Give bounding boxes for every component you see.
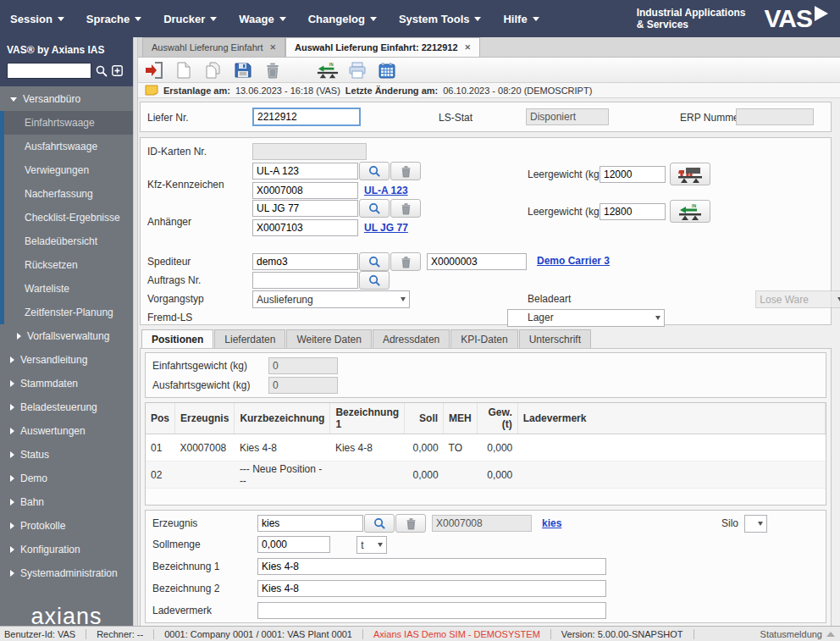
close-icon[interactable]: ✕	[465, 43, 472, 52]
sidebar-group-stammdaten[interactable]: Stammdaten	[0, 372, 133, 395]
spediteur-input[interactable]	[252, 253, 358, 270]
tab-positionen[interactable]: Positionen	[141, 329, 213, 348]
tab-lieferdaten[interactable]: Lieferdaten	[214, 329, 285, 348]
table-row[interactable]: 02 --- Neue Position --- 0,000 0,000	[146, 461, 826, 489]
menu-waage[interactable]: Waage	[239, 13, 285, 25]
weighbridge-in-button[interactable]: IN	[317, 60, 339, 80]
bezeichnung-1-input[interactable]	[257, 558, 606, 575]
sidebar-item-zeitfenster-planung[interactable]: Zeitfenster-Planung	[4, 301, 133, 324]
status-host: Rechner: --	[86, 629, 154, 639]
erzeugnis-input[interactable]	[257, 515, 363, 532]
menu-hilfe[interactable]: Hilfe	[503, 13, 539, 25]
sidebar-group-auswertungen[interactable]: Auswertungen	[0, 419, 133, 443]
silo-select[interactable]	[744, 515, 767, 533]
tab-auswahl-lieferung-einfahrt-2212912[interactable]: Auswahl Lieferung Einfahrt: 2212912 ✕	[285, 37, 480, 57]
ladevermerk-input[interactable]	[257, 602, 606, 619]
anhaenger-weigh-button[interactable]: IN	[670, 200, 710, 223]
tab-kpi-daten[interactable]: KPI-Daten	[450, 329, 517, 348]
status-message-toggle[interactable]: Statusmeldung	[760, 629, 840, 639]
sidebar-item-nacherfassung[interactable]: Nacherfassung	[4, 182, 133, 206]
anhaenger-search-button[interactable]	[359, 199, 390, 218]
sidebar-item-verwiegungen[interactable]: Verwiegungen	[4, 158, 133, 182]
sidebar-item-ruecksetzen[interactable]: Rücksetzen	[4, 253, 133, 277]
search-icon[interactable]	[96, 65, 108, 77]
menu-sprache[interactable]: Sprache	[86, 13, 141, 25]
col-soll[interactable]: Soll	[405, 403, 444, 434]
triangle-right-icon	[10, 522, 14, 529]
sollmenge-input[interactable]	[257, 536, 330, 553]
kfz-search-button[interactable]	[359, 162, 390, 180]
new-document-button[interactable]	[173, 60, 195, 80]
sidebar-group-protokolle[interactable]: Protokolle	[0, 514, 133, 538]
sidebar-group-status[interactable]: Status	[0, 443, 133, 467]
col-kurzbezeichnung[interactable]: Kurzbezeichnung	[235, 403, 330, 434]
save-button[interactable]	[232, 60, 254, 80]
weights-panel: Einfahrtsgewicht (kg) Ausfahrtsgewicht (…	[145, 352, 826, 398]
changed-value: 06.10.2023 - 08:20 (DEMOSCRIPT)	[443, 86, 592, 96]
spediteur-search-button[interactable]	[359, 252, 390, 271]
delete-button[interactable]	[262, 60, 284, 80]
spediteur-link[interactable]: Demo Carrier 3	[537, 255, 610, 267]
spediteur-delete-button[interactable]	[390, 252, 421, 271]
sidebar-group-bahn[interactable]: Bahn	[0, 490, 133, 514]
sidebar-item-einfahrtswaage[interactable]: Einfahrtswaage	[4, 111, 133, 135]
bezeichnung-2-input[interactable]	[257, 580, 606, 597]
liefer-nr-input[interactable]	[252, 108, 361, 126]
sidebar-group-konfiguration[interactable]: Konfiguration	[0, 538, 133, 561]
sidebar-search-input[interactable]	[7, 63, 91, 79]
menu-drucker-label: Drucker	[163, 13, 205, 25]
print-button[interactable]	[346, 60, 368, 80]
sidebar-item-ausfahrtswaage[interactable]: Ausfahrtswaage	[4, 135, 133, 158]
anhaenger-code-input[interactable]	[252, 219, 358, 236]
add-icon[interactable]	[112, 65, 123, 76]
menu-changelog[interactable]: Changelog	[308, 13, 377, 25]
col-erzeugnis[interactable]: Erzeugnis	[175, 403, 235, 434]
col-bezeichnung-1[interactable]: Bezeichnung 1	[330, 403, 405, 434]
tab-auswahl-lieferung-einfahrt[interactable]: Auswahl Lieferung Einfahrt ✕	[142, 37, 285, 57]
sollmenge-unit-select[interactable]: t	[356, 536, 387, 554]
col-gew-t[interactable]: Gew.(t)	[477, 403, 517, 434]
sidebar-group-versandbuero[interactable]: Versandbüro	[0, 86, 133, 111]
bezeichnung-2-label: Bezeichnung 2	[152, 583, 219, 594]
erzeugnis-delete-button[interactable]	[395, 514, 426, 533]
sidebar-item-checklist-ergebnisse[interactable]: Checklist-Ergebnisse	[4, 206, 133, 229]
sidebar-item-beladeuebersicht[interactable]: Beladeübersicht	[4, 229, 133, 253]
col-ladevermerk[interactable]: Ladevermerk	[517, 403, 825, 434]
menu-drucker[interactable]: Drucker	[163, 13, 217, 25]
erzeugnis-link[interactable]: kies	[542, 517, 561, 529]
sidebar-group-versandleitung[interactable]: Versandleitung	[0, 348, 133, 372]
kfz-leergewicht-input[interactable]	[600, 166, 666, 183]
sidebar-item-warteliste[interactable]: Warteliste	[4, 277, 133, 301]
kfz-delete-button[interactable]	[390, 162, 421, 180]
auftrag-search-button[interactable]	[359, 271, 390, 290]
kfz-plate-link[interactable]: UL-A 123	[364, 185, 408, 196]
spediteur-code-input[interactable]	[427, 253, 527, 270]
exit-button[interactable]	[143, 60, 165, 80]
sidebar-group-beladesteuerung[interactable]: Beladesteuerung	[0, 395, 133, 419]
col-pos[interactable]: Pos	[146, 403, 175, 434]
menu-changelog-label: Changelog	[308, 13, 365, 25]
vorgangstyp-select[interactable]: Auslieferung	[252, 290, 410, 308]
kfz-plate-input[interactable]	[252, 163, 358, 180]
menu-session[interactable]: Session	[10, 13, 64, 25]
sidebar-group-demo[interactable]: Demo	[0, 467, 133, 490]
erzeugnis-search-button[interactable]	[364, 514, 395, 533]
sidebar-group-vorfallsverwaltung[interactable]: Vorfallsverwaltung	[0, 324, 133, 348]
anhaenger-delete-button[interactable]	[390, 199, 421, 218]
close-icon[interactable]: ✕	[269, 43, 276, 52]
auftrags-nr-input[interactable]	[252, 272, 358, 289]
anhaenger-leergewicht-input[interactable]	[600, 203, 666, 220]
copy-button[interactable]	[202, 60, 224, 80]
sidebar-group-systemadministration[interactable]: Systemadministration	[0, 561, 133, 585]
kfz-code-input[interactable]	[252, 182, 358, 199]
table-row[interactable]: 01 X0007008 Kies 4-8 Kies 4-8 0,000 TO 0…	[146, 434, 826, 461]
menu-system-tools[interactable]: System Tools	[399, 13, 482, 25]
tab-adressdaten[interactable]: Adressdaten	[373, 329, 450, 348]
calendar-button[interactable]	[376, 60, 398, 80]
anhaenger-plate-input[interactable]	[252, 200, 358, 217]
kfz-weigh-button[interactable]	[670, 163, 710, 185]
anhaenger-plate-link[interactable]: UL JG 77	[364, 222, 408, 234]
tab-unterschrift[interactable]: Unterschrift	[519, 329, 591, 348]
tab-weitere-daten[interactable]: Weitere Daten	[286, 329, 371, 348]
col-meh[interactable]: MEH	[444, 403, 478, 434]
